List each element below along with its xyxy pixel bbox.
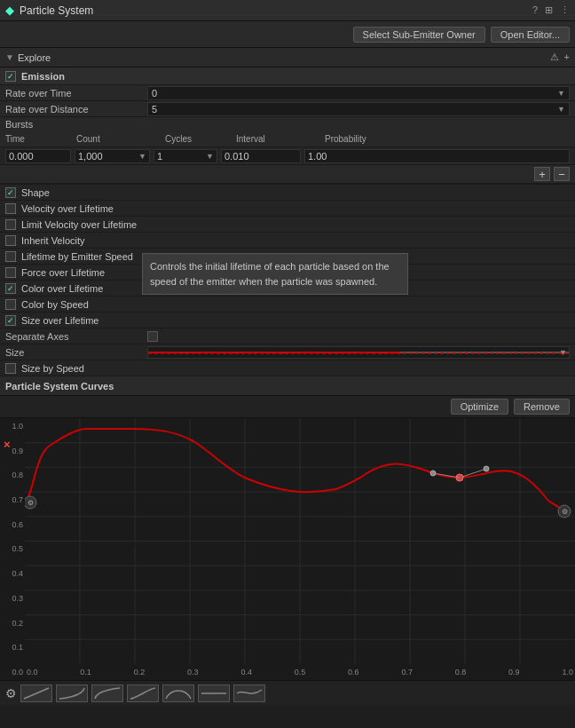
x-label-00: 0.0 — [27, 668, 38, 677]
curves-bottom-toolbar: ⚙ — [0, 680, 575, 705]
size-slider-arrow[interactable]: ▼ — [559, 348, 567, 357]
rate-over-time-dropdown[interactable]: ▼ — [557, 89, 565, 98]
rate-over-time-row: Rate over Time 0 ▼ — [0, 85, 575, 101]
add-icon[interactable]: + — [564, 51, 570, 63]
y-label-00: 0.0 — [2, 668, 23, 677]
module-inherit-velocity[interactable]: Inherit Velocity — [0, 233, 575, 249]
curve-svg: ⚙ ⚙ — [25, 418, 575, 664]
y-label-06: 0.6 — [2, 520, 23, 529]
rate-over-time-label: Rate over Time — [5, 88, 147, 99]
top-buttons-bar: Select Sub-Emitter Owner Open Editor... — [0, 21, 575, 48]
module-color-by-speed[interactable]: Color by Speed — [0, 297, 575, 313]
size-slider[interactable]: ▼ — [147, 346, 570, 359]
separate-axes-row: Separate Axes — [0, 328, 575, 344]
lock-icon[interactable]: ⊞ — [545, 4, 553, 16]
module-size-by-speed[interactable]: Size by Speed — [0, 360, 575, 376]
x-label-10: 1.0 — [562, 668, 573, 677]
x-label-08: 0.8 — [455, 668, 467, 677]
optimize-button[interactable]: Optimize — [451, 399, 508, 415]
x-label-05: 0.5 — [295, 668, 306, 677]
separate-axes-checkbox[interactable] — [147, 331, 158, 342]
y-label-10: 1.0 — [2, 422, 23, 431]
shape-checkbox[interactable] — [5, 187, 16, 198]
preset-ease-in[interactable] — [56, 684, 88, 702]
tooltip-text: Controls the initial lifetime of each pa… — [150, 261, 390, 287]
preset-s-curve[interactable] — [127, 684, 159, 702]
select-sub-emitter-button[interactable]: Select Sub-Emitter Owner — [353, 27, 485, 43]
size-row: Size ▼ — [0, 344, 575, 360]
module-velocity-over-lifetime[interactable]: Velocity over Lifetime — [0, 201, 575, 217]
bursts-label: Bursts — [0, 117, 575, 131]
x-label-04: 0.4 — [240, 668, 252, 677]
burst-cycles-field[interactable]: 1 ▼ — [154, 149, 217, 163]
burst-count-field[interactable]: 1,000 ▼ — [75, 149, 150, 163]
burst-remove-button[interactable]: − — [554, 167, 570, 181]
lifetime-by-emitter-speed-label: Lifetime by Emitter Speed — [21, 251, 133, 262]
separate-axes-label: Separate Axes — [5, 331, 147, 342]
menu-icon[interactable]: ⋮ — [560, 4, 570, 16]
module-shape[interactable]: Shape — [0, 185, 575, 201]
limit-velocity-checkbox[interactable] — [5, 219, 16, 230]
force-over-lifetime-checkbox[interactable] — [5, 267, 16, 278]
curves-section-label: Particle System Curves — [5, 381, 114, 392]
warning-icon[interactable]: ⚠ — [550, 51, 559, 63]
bursts-col-interval: Interval — [236, 134, 325, 144]
emission-header: Emission — [0, 67, 575, 85]
svg-line-28 — [24, 688, 49, 699]
burst-count-value: 1,000 — [78, 151, 103, 162]
x-axis: 0.0 0.1 0.2 0.3 0.4 0.5 0.6 0.7 0.8 0.9 … — [25, 664, 575, 680]
size-label: Size — [5, 347, 147, 358]
size-curve-preview — [148, 347, 569, 358]
force-over-lifetime-label: Force over Lifetime — [21, 267, 105, 278]
x-label-03: 0.3 — [187, 668, 199, 677]
y-label-08: 0.8 — [2, 471, 23, 479]
curves-section-header: Particle System Curves — [0, 376, 575, 396]
module-limit-velocity-over-lifetime[interactable]: Limit Velocity over Lifetime — [0, 217, 575, 233]
rate-over-distance-value[interactable]: 5 ▼ — [147, 102, 570, 116]
burst-row: 0.000 1,000 ▼ 1 ▼ 0.010 1.00 — [0, 147, 575, 165]
bursts-col-probability: Probability — [325, 134, 570, 144]
help-icon[interactable]: ? — [532, 4, 538, 16]
emission-module: Emission Rate over Time 0 ▼ Rate over Di… — [0, 67, 575, 185]
burst-probability-field[interactable]: 1.00 — [304, 149, 570, 163]
svg-point-25 — [430, 471, 436, 476]
preset-linear[interactable] — [20, 684, 52, 702]
explore-label: Explore — [18, 52, 51, 63]
preset-bump[interactable] — [162, 684, 194, 702]
explore-header: ▼ Explore ⚠ + — [0, 48, 575, 67]
module-size-over-lifetime[interactable]: Size over Lifetime — [0, 313, 575, 328]
burst-count-dropdown[interactable]: ▼ — [138, 152, 146, 161]
preset-flat[interactable] — [198, 684, 230, 702]
lifetime-by-emitter-speed-checkbox[interactable] — [5, 251, 16, 262]
burst-cycles-value: 1 — [157, 151, 162, 162]
curves-section: Particle System Curves Optimize Remove ×… — [0, 376, 575, 705]
inherit-velocity-checkbox[interactable] — [5, 235, 16, 246]
burst-add-button[interactable]: + — [534, 167, 550, 181]
open-editor-button[interactable]: Open Editor... — [491, 27, 570, 43]
rate-over-time-value[interactable]: 0 ▼ — [147, 86, 570, 100]
x-label-09: 0.9 — [508, 668, 520, 677]
burst-probability-value: 1.00 — [308, 151, 327, 162]
velocity-over-lifetime-checkbox[interactable] — [5, 203, 16, 214]
size-over-lifetime-checkbox[interactable] — [5, 315, 16, 326]
gear-settings-icon[interactable]: ⚙ — [5, 686, 17, 700]
tooltip: Controls the initial lifetime of each pa… — [142, 253, 408, 295]
svg-text:⚙: ⚙ — [562, 508, 568, 516]
preset-custom[interactable] — [233, 684, 265, 702]
burst-time-field[interactable]: 0.000 — [5, 149, 71, 163]
preset-ease-out[interactable] — [91, 684, 123, 702]
color-over-lifetime-label: Color over Lifetime — [21, 283, 103, 294]
y-label-02: 0.2 — [2, 619, 23, 628]
rate-over-distance-dropdown[interactable]: ▼ — [557, 105, 565, 114]
color-by-speed-checkbox[interactable] — [5, 299, 16, 310]
burst-cycles-dropdown[interactable]: ▼ — [206, 152, 214, 161]
color-over-lifetime-checkbox[interactable] — [5, 283, 16, 294]
remove-button[interactable]: Remove — [514, 399, 570, 415]
size-by-speed-checkbox[interactable] — [5, 363, 16, 374]
svg-text:⚙: ⚙ — [28, 499, 34, 507]
curves-area: × 1.0 0.9 0.8 0.7 0.6 0.5 0.4 0.3 0.2 0.… — [0, 418, 575, 680]
particle-icon: ◆ — [5, 4, 14, 17]
x-label-02: 0.2 — [134, 668, 146, 677]
emission-checkbox[interactable] — [5, 71, 16, 82]
burst-interval-field[interactable]: 0.010 — [221, 149, 301, 163]
